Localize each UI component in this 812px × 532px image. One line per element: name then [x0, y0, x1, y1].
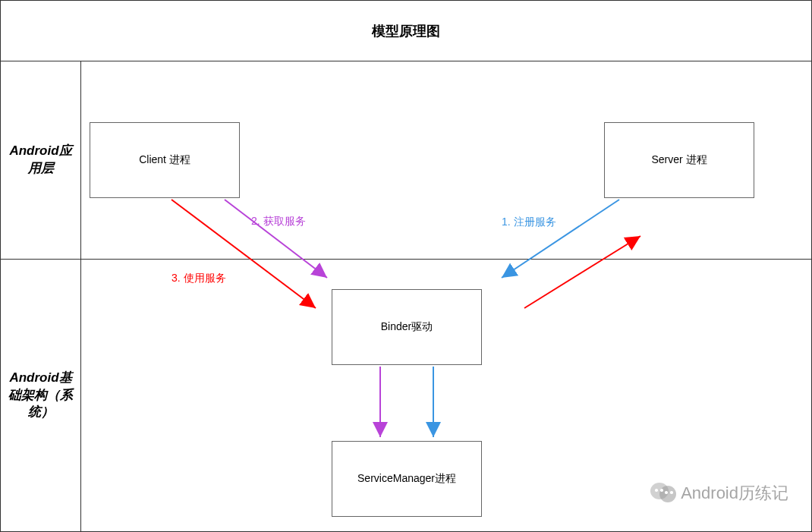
label-acquire-service: 2. 获取服务 — [251, 215, 306, 228]
row-label-base-layer: Android基础架构（系统） — [1, 259, 80, 532]
arrow-use-service-up — [524, 236, 640, 308]
diagram-title: 模型原理图 — [1, 1, 811, 61]
label-register-service: 1. 注册服务 — [502, 216, 556, 229]
watermark-text: Android历练记 — [681, 482, 788, 505]
row-label-app-layer: Android应用层 — [1, 61, 80, 259]
wechat-icon — [650, 483, 676, 504]
diagram-frame: 模型原理图 Android应用层 Android基础架构（系统） Client … — [0, 0, 812, 532]
col-divider — [80, 61, 81, 531]
arrow-register-service — [502, 200, 619, 278]
label-use-service: 3. 使用服务 — [172, 272, 226, 285]
box-server-process: Server 进程 — [604, 122, 754, 198]
watermark: Android历练记 — [650, 482, 788, 505]
row-divider — [1, 259, 811, 260]
box-service-manager: ServiceManager进程 — [332, 441, 482, 517]
box-client-process: Client 进程 — [90, 122, 240, 198]
box-binder-driver: Binder驱动 — [332, 289, 482, 365]
arrow-acquire-service — [225, 200, 327, 278]
